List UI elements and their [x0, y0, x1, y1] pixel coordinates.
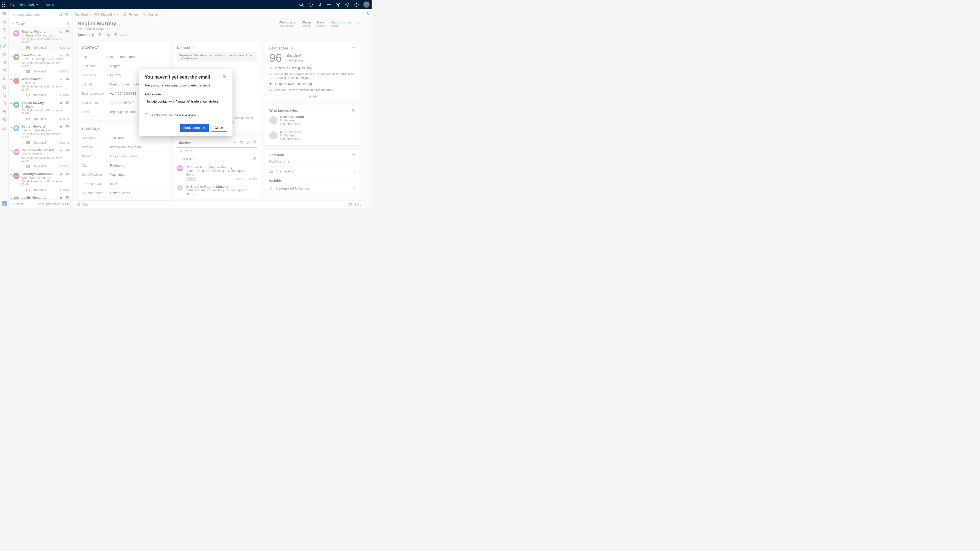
app-area[interactable]: Sales	[46, 3, 54, 6]
plus-icon[interactable]	[327, 2, 331, 7]
svg-point-6	[2, 6, 3, 6]
svg-point-3	[2, 4, 3, 5]
svg-line-10	[302, 5, 304, 6]
search-icon[interactable]	[299, 2, 304, 7]
help-icon[interactable]	[354, 2, 359, 7]
svg-point-16	[356, 6, 357, 6]
checkbox-icon[interactable]	[145, 114, 148, 117]
close-icon[interactable]	[223, 75, 227, 79]
svg-point-7	[4, 6, 5, 6]
top-bar: Dynamics 365 Sales	[0, 0, 372, 9]
svg-point-14	[347, 4, 348, 5]
modal-note-input[interactable]	[145, 98, 227, 110]
svg-point-9	[300, 3, 302, 6]
svg-point-2	[6, 3, 6, 3]
svg-point-1	[4, 3, 5, 3]
close-button[interactable]: Close	[211, 124, 227, 132]
mark-complete-button[interactable]: Mark complete	[180, 124, 209, 132]
svg-point-5	[6, 4, 6, 5]
topbar-tools	[299, 2, 369, 8]
modal-dont-show[interactable]: Don't show this message again	[145, 113, 227, 117]
filter-icon[interactable]	[336, 2, 340, 7]
confirm-modal: You haven't yet sent the email Are you s…	[139, 69, 232, 136]
app-launcher-icon[interactable]	[2, 2, 6, 7]
svg-point-8	[6, 6, 6, 6]
task-check-icon[interactable]	[308, 2, 313, 7]
svg-point-11	[309, 3, 313, 6]
modal-body: Are you sure you want to complete the st…	[145, 83, 227, 87]
gear-icon[interactable]	[345, 2, 350, 7]
app-name[interactable]: Dynamics 365	[10, 3, 38, 7]
svg-point-4	[4, 4, 5, 5]
modal-note-label: Add a note	[145, 92, 227, 96]
svg-point-0	[2, 3, 3, 3]
modal-title: You haven't yet sent the email	[145, 75, 210, 80]
modal-wrapper: You haven't yet sent the email Are you s…	[0, 9, 372, 208]
bulb-icon[interactable]	[318, 2, 322, 7]
user-avatar[interactable]	[363, 2, 369, 8]
